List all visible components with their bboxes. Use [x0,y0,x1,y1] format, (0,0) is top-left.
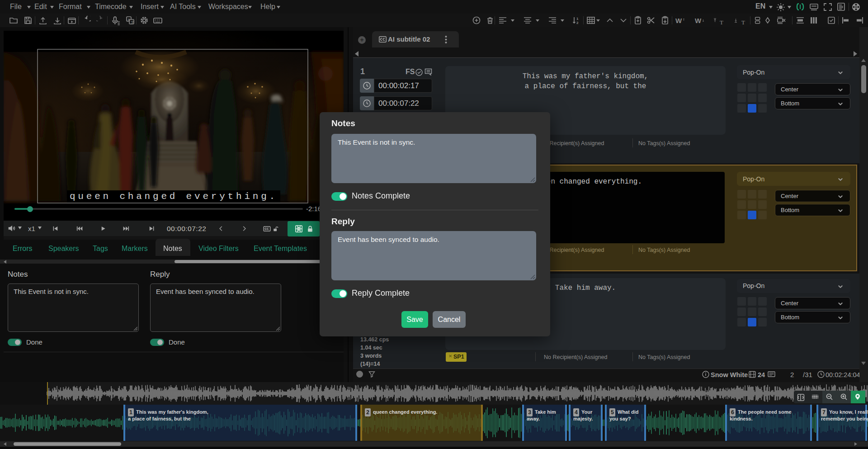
svg-text:1: 1 [576,17,579,21]
svg-text:文: 文 [131,20,134,24]
svg-text:2: 2 [576,21,579,25]
svg-text:A: A [128,18,131,22]
